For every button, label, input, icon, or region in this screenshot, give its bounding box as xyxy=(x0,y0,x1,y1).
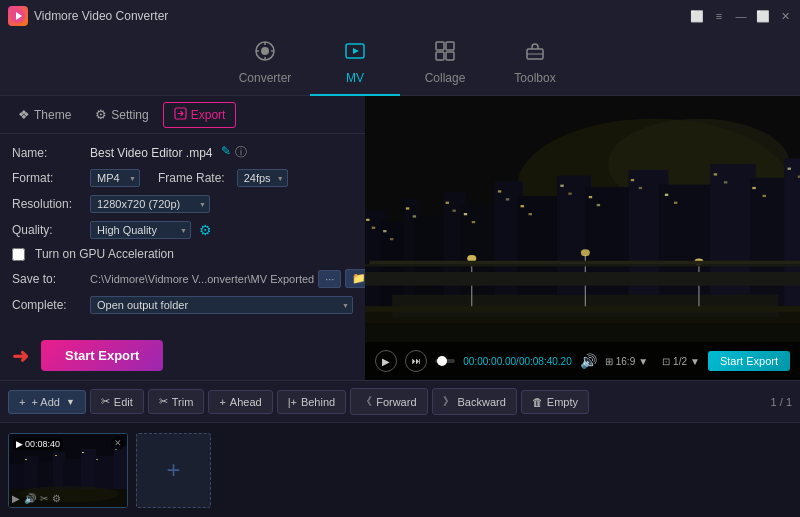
left-panel: ❖ Theme ⚙ Setting Export Name xyxy=(0,96,365,380)
toolbox-icon xyxy=(524,40,546,67)
minimize-icon[interactable]: — xyxy=(734,9,748,23)
backward-button[interactable]: 》 Backward xyxy=(432,388,517,415)
zoom-select[interactable]: ⊡ 1/2 ▼ xyxy=(662,356,700,367)
quality-label: Quality: xyxy=(12,223,82,237)
timeline-duration: ▶ 00:08:40 xyxy=(13,438,63,450)
svg-rect-94 xyxy=(96,459,98,460)
tab-mv[interactable]: MV xyxy=(310,32,400,96)
svg-rect-40 xyxy=(406,207,409,209)
aspect-ratio-select[interactable]: ⊞ 16:9 ▼ xyxy=(605,356,648,367)
framerate-label: Frame Rate: xyxy=(158,171,225,185)
subtab-export[interactable]: Export xyxy=(163,102,237,128)
svg-rect-54 xyxy=(631,179,634,181)
page-indicator: 1 / 1 xyxy=(771,396,792,408)
svg-rect-11 xyxy=(446,42,454,50)
svg-rect-92 xyxy=(55,455,57,456)
svg-rect-38 xyxy=(383,230,386,232)
bottom-toolbar: + + Add ▼ ✂ Edit ✂ Trim + Ahead |+ Behin… xyxy=(0,380,800,422)
trash-icon: 🗑 xyxy=(532,396,543,408)
resolution-select[interactable]: 1280x720 (720p) 1920x1080 (1080p) 3840x2… xyxy=(90,195,210,213)
tab-converter-label: Converter xyxy=(239,71,292,85)
play-button[interactable]: ▶ xyxy=(375,350,397,372)
saveto-path: C:\Vidmore\Vidmore V...onverter\MV Expor… xyxy=(90,273,314,285)
empty-button[interactable]: 🗑 Empty xyxy=(521,390,589,414)
preview-scene xyxy=(365,96,800,380)
subtab-setting-label: Setting xyxy=(111,108,148,122)
framerate-select[interactable]: 24fps 30fps 60fps xyxy=(237,169,288,187)
complete-label: Complete: xyxy=(12,298,82,312)
svg-rect-77 xyxy=(365,264,800,266)
saveto-row: Save to: C:\Vidmore\Vidmore V...onverter… xyxy=(12,269,353,288)
add-media-button[interactable]: + xyxy=(136,433,211,508)
svg-rect-12 xyxy=(436,52,444,60)
quality-row: Quality: High Quality Medium Quality Low… xyxy=(12,221,353,239)
behind-icon: |+ xyxy=(288,396,297,408)
mv-icon xyxy=(344,40,366,67)
edit-button[interactable]: ✂ Edit xyxy=(90,389,144,414)
name-row: Name: Best Video Editor .mp4 ✎ ⓘ xyxy=(12,144,353,161)
svg-rect-36 xyxy=(366,219,369,221)
svg-rect-13 xyxy=(446,52,454,60)
tab-toolbox[interactable]: Toolbox xyxy=(490,32,580,96)
path-more-btn[interactable]: ··· xyxy=(318,270,341,288)
svg-rect-55 xyxy=(639,187,642,189)
step-forward-button[interactable]: ⏭ xyxy=(405,350,427,372)
export-subtab-icon xyxy=(174,107,187,123)
subtab-setting[interactable]: ⚙ Setting xyxy=(85,103,158,126)
message-icon[interactable]: ⬜ xyxy=(690,9,704,23)
resolution-row: Resolution: 1280x720 (720p) 1920x1080 (1… xyxy=(12,195,353,213)
svg-rect-78 xyxy=(365,272,800,286)
add-dropdown-icon: ▼ xyxy=(66,397,75,407)
ahead-button[interactable]: + Ahead xyxy=(208,390,272,414)
tab-collage[interactable]: Collage xyxy=(400,32,490,96)
start-export-small-button[interactable]: Start Export xyxy=(708,351,790,371)
edit-pencil-icon[interactable]: ✎ xyxy=(221,144,231,161)
svg-rect-76 xyxy=(370,261,801,264)
setting-subtab-icon: ⚙ xyxy=(95,107,107,122)
close-icon[interactable]: ✕ xyxy=(778,9,792,23)
quality-settings-btn[interactable]: ⚙ xyxy=(199,222,212,238)
timeline-item[interactable]: ▶ 00:08:40 ✕ ▶ 🔊 ✂ ⚙ xyxy=(8,433,128,508)
edit-icon: ✂ xyxy=(101,395,110,408)
volume-icon[interactable]: 🔊 xyxy=(580,353,597,369)
gpu-label: Turn on GPU Acceleration xyxy=(35,247,174,261)
timeline-close-btn[interactable]: ✕ xyxy=(111,436,125,450)
tab-converter[interactable]: Converter xyxy=(220,32,310,96)
subtab-theme[interactable]: ❖ Theme xyxy=(8,103,81,126)
format-select[interactable]: MP4 AVI MOV xyxy=(90,169,140,187)
svg-rect-37 xyxy=(372,227,375,229)
svg-rect-39 xyxy=(390,238,393,240)
complete-row: Complete: Open output folder Do nothing xyxy=(12,296,353,314)
quality-select[interactable]: High Quality Medium Quality Low Quality xyxy=(90,221,191,239)
svg-point-73 xyxy=(581,249,590,256)
converter-icon xyxy=(254,40,276,67)
behind-button[interactable]: |+ Behind xyxy=(277,390,347,414)
frame-icon: ⊞ xyxy=(605,356,613,367)
start-export-button[interactable]: Start Export xyxy=(41,340,163,371)
trim-button[interactable]: ✂ Trim xyxy=(148,389,205,414)
backward-icon: 》 xyxy=(443,394,454,409)
timeline-scissors-icon: ✂ xyxy=(40,493,48,504)
complete-select[interactable]: Open output folder Do nothing xyxy=(90,296,353,314)
info-icon[interactable]: ⓘ xyxy=(235,144,247,161)
svg-rect-52 xyxy=(589,196,592,198)
aspect-ratio-value: 16:9 xyxy=(616,356,635,367)
menu-icon[interactable]: ≡ xyxy=(712,9,726,23)
svg-rect-46 xyxy=(498,190,501,192)
tab-collage-label: Collage xyxy=(425,71,466,85)
plus-icon: + xyxy=(166,456,180,484)
gpu-checkbox[interactable] xyxy=(12,248,25,261)
trim-icon: ✂ xyxy=(159,395,168,408)
add-button[interactable]: + + Add ▼ xyxy=(8,390,86,414)
forward-button[interactable]: 《 Forward xyxy=(350,388,427,415)
svg-rect-50 xyxy=(560,185,563,187)
video-preview: ▶ ⏭ 00:00:00.00/00:08:40.20 🔊 ⊞ 16:9 ▼ ⊡… xyxy=(365,96,800,380)
svg-rect-69 xyxy=(365,306,800,312)
complete-select-wrapper: Open output folder Do nothing xyxy=(90,296,353,314)
name-value: Best Video Editor .mp4 xyxy=(90,146,213,160)
svg-rect-60 xyxy=(752,187,755,189)
maximize-icon[interactable]: ⬜ xyxy=(756,9,770,23)
timeline-settings-icon: ⚙ xyxy=(52,493,61,504)
progress-bar[interactable] xyxy=(435,359,455,363)
timeline-play-icon: ▶ xyxy=(12,493,20,504)
